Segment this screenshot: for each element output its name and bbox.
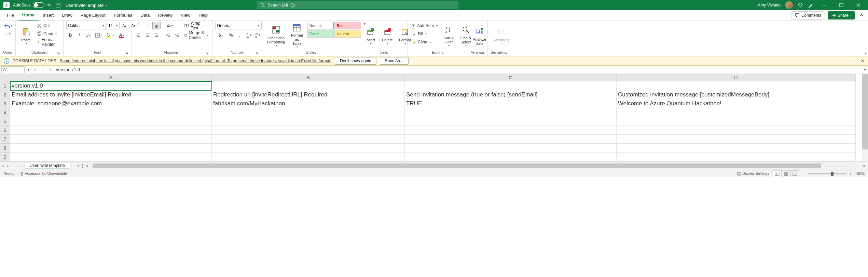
cell-D5[interactable] [617,117,856,126]
fill-button[interactable]: Fill▾ [411,30,439,38]
cut-button[interactable]: Cut [36,22,60,29]
font-size-combo[interactable]: ▾ [107,22,120,29]
merge-center-button[interactable]: Merge & Center▾ [183,31,209,39]
align-center-button[interactable] [143,31,152,39]
row-header-1[interactable]: 1 [0,81,10,90]
number-launcher[interactable]: ⬊ [256,51,259,55]
delete-cells-button[interactable]: −Delete▾ [380,22,395,49]
font-name-combo[interactable]: ▾ [66,22,106,29]
tab-formulas[interactable]: Formulas [110,10,136,21]
cell-B8[interactable] [212,144,405,153]
message-close-button[interactable]: ✕ [861,58,864,63]
comments-button[interactable]: Comments [791,11,825,19]
view-page-layout-button[interactable] [782,170,790,177]
cell-C6[interactable] [405,126,617,135]
zoom-level[interactable]: 160% [855,172,865,176]
display-settings[interactable]: Display Settings [737,171,769,176]
view-page-break-button[interactable] [790,170,799,177]
autosave-toggle[interactable]: AutoSave Off [13,2,51,8]
row-header-9[interactable]: 9 [0,153,10,161]
borders-button[interactable]: ▾ [93,31,104,39]
chevron-down-icon[interactable]: ▾ [114,24,119,27]
ribbon-more-button[interactable]: ▾ [865,51,867,55]
maximize-button[interactable] [835,0,848,10]
avatar[interactable] [785,1,793,9]
cell-B7[interactable] [212,135,405,144]
tab-help[interactable]: Help [194,10,212,21]
decrease-decimal-button[interactable]: .00.0 [253,31,262,39]
cell-C8[interactable] [405,144,617,153]
cell-A8[interactable] [10,144,212,153]
hscroll-left[interactable]: ◂ [84,164,89,168]
row-header-2[interactable]: 2 [0,90,10,99]
format-painter-button[interactable]: Format Painter [36,38,60,46]
font-name-input[interactable] [67,22,101,29]
sheet-split-handle[interactable]: ⋮ [80,163,83,168]
align-bottom-button[interactable] [152,22,161,29]
vscroll-thumb[interactable] [862,74,868,149]
cell-B6[interactable] [212,126,405,135]
wrap-text-button[interactable]: abWrap Text [183,22,209,29]
clear-button[interactable]: Clear▾ [411,38,439,46]
hscroll-right[interactable]: ▸ [862,164,867,168]
add-sheet-button[interactable]: ＋ [76,163,80,169]
align-middle-button[interactable] [143,22,152,29]
paste-button[interactable]: Paste ▾ [18,22,33,49]
sheet-nav-prev[interactable]: ◂ [2,163,4,168]
message-text[interactable]: Some features might be lost if you save … [60,58,331,63]
minimize-button[interactable] [818,0,830,10]
cell-B9[interactable] [212,153,405,161]
redo-button[interactable] [3,30,14,38]
comma-button[interactable]: , [236,31,244,39]
save-as-button[interactable]: Save As... [380,57,409,65]
underline-button[interactable]: U▾ [84,31,92,39]
cell-C2[interactable]: Send invitation message (true or false) … [405,90,617,99]
column-header-D[interactable]: D [617,74,856,81]
name-box[interactable]: A1 [1,66,25,73]
increase-font-button[interactable]: A▴ [120,22,128,29]
cell-D6[interactable] [617,126,856,135]
column-header-A[interactable]: A [10,74,212,81]
decrease-indent-button[interactable] [164,31,172,39]
increase-indent-button[interactable] [173,31,181,39]
status-accessibility[interactable]: Accessibility: Unavailable [20,171,67,176]
user-name[interactable]: Amy Viviano [758,3,780,8]
font-launcher[interactable]: ⬊ [125,51,128,55]
vertical-scrollbar[interactable] [862,74,868,161]
row-header-6[interactable]: 6 [0,126,10,135]
cell-A3[interactable]: Example: someone@example.com [10,99,212,108]
cell-C9[interactable] [405,153,617,161]
cell-A5[interactable] [10,117,212,126]
horizontal-scrollbar[interactable]: ◂ ▸ [83,163,868,169]
cell-A2[interactable]: Email address to invite [inviteeEmail] R… [10,90,212,99]
copy-button[interactable]: Copy▾ [36,30,60,38]
cell-B3[interactable]: fabrikam.com/MyHackathon [212,99,405,108]
sheet-nav-next[interactable]: ▸ [7,163,9,168]
dont-show-button[interactable]: Don't show again [335,57,376,65]
diamond-icon[interactable] [798,2,803,8]
tab-review[interactable]: Review [154,10,177,21]
zoom-out-button[interactable]: − [803,172,805,176]
pen-icon[interactable] [808,2,813,8]
zoom-slider[interactable] [808,173,846,174]
alignment-launcher[interactable]: ⬊ [206,51,209,55]
row-header-7[interactable]: 7 [0,135,10,144]
analyze-data-button[interactable]: Analyze Data [471,22,488,49]
sensitivity-button[interactable]: Sensitivity▾ [491,22,512,49]
cell-B4[interactable] [212,108,405,117]
cell-B5[interactable] [212,117,405,126]
formula-expand[interactable]: ▾ [862,68,868,71]
tab-file[interactable]: File [3,10,18,21]
formula-input[interactable]: version:v1.0 [54,67,862,72]
conditional-formatting-button[interactable]: Conditional Formatting▾ [265,22,287,49]
fill-color-button[interactable]: ▾ [105,31,115,39]
tab-home[interactable]: Home [18,10,39,21]
insert-cells-button[interactable]: +Insert▾ [363,22,378,49]
cell-B2[interactable]: Redirection url [inviteRedirectURL] Requ… [212,90,405,99]
sort-filter-button[interactable]: AZSort & Filter▾ [441,22,456,49]
align-left-button[interactable] [135,31,143,39]
align-right-button[interactable] [152,31,161,39]
style-normal[interactable]: Normal [307,22,334,29]
cell-A1[interactable]: version:v1.0 [10,81,212,90]
file-name-dropdown[interactable]: UserInviteTemplate ▾ [66,3,107,8]
